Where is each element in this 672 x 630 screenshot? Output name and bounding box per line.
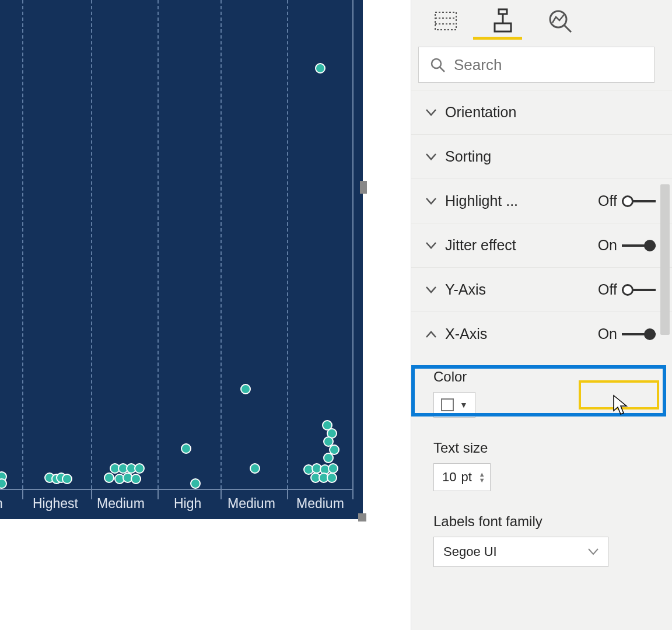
caret-down-icon: ▼ [460,400,468,410]
category-divider [352,489,354,499]
svg-line-7 [564,25,571,32]
resize-handle-right[interactable] [360,181,367,194]
category-divider [158,489,159,499]
category-divider [220,489,222,499]
section-highlight[interactable]: Highlight ... Off [411,178,672,223]
section-jitter[interactable]: Jitter effect On [411,223,672,267]
grid-line [22,0,23,489]
x-tick-label: Highest [33,496,78,512]
section-xaxis[interactable]: X-Axis On [411,312,672,356]
data-point [240,384,251,394]
section-label: Highlight ... [445,192,598,209]
xaxis-toggle[interactable]: On [598,326,656,342]
search-icon [429,57,446,73]
textsize-label: Text size [433,440,650,456]
chevron-down-icon [423,198,439,205]
fontfamily-value: Segoe UI [443,544,497,559]
svg-point-8 [432,59,441,68]
section-label: X-Axis [445,326,598,342]
data-point [104,473,114,483]
fontfamily-select[interactable]: Segoe UI [433,537,608,567]
fields-tab-icon[interactable] [430,7,461,35]
toggle-state: Off [598,192,617,209]
color-swatch [441,398,454,411]
xaxis-settings: Color ▼ Text size 10 pt ▲▼ Labels font f… [411,356,672,567]
spinner-down-icon[interactable]: ▼ [479,477,485,483]
jitter-toggle[interactable]: On [598,237,656,254]
analytics-tab-icon[interactable] [544,7,576,35]
viz-frame[interactable]: h Highest Medium High Medium Medium [0,0,393,519]
data-point [315,63,326,74]
x-axis-line [0,489,353,490]
data-point [62,474,72,484]
category-divider [287,489,288,499]
svg-line-9 [440,67,444,72]
format-sections: Orientation Sorting Highlight ... Off Ji… [411,90,672,567]
data-point [327,473,337,483]
category-divider [22,489,23,499]
data-point [131,474,141,484]
x-tick-label: Medium [97,496,145,512]
data-point [0,478,7,489]
canvas-area: h Highest Medium High Medium Medium [0,0,411,630]
spinner-buttons[interactable]: ▲▼ [479,471,485,483]
section-orientation[interactable]: Orientation [411,90,672,134]
textsize-input[interactable]: 10 pt ▲▼ [433,463,491,491]
data-point [181,443,191,454]
section-yaxis[interactable]: Y-Axis Off [411,267,672,312]
section-sorting[interactable]: Sorting [411,134,672,178]
svg-rect-4 [499,9,507,14]
chevron-down-icon [588,548,598,555]
section-label: Orientation [445,104,656,121]
resize-handle-corner[interactable] [358,513,366,522]
chevron-down-icon [423,109,439,116]
section-label: Sorting [445,148,656,165]
yaxis-toggle[interactable]: Off [598,281,656,298]
grid-line [91,0,92,489]
toggle-state: On [598,237,617,254]
x-tick-label: High [174,496,201,512]
data-point [250,463,260,474]
data-point [190,478,201,489]
category-divider [91,489,92,499]
grid-line [287,0,288,489]
color-picker[interactable]: ▼ [433,392,475,418]
data-point [323,453,334,463]
textsize-unit: pt [461,470,471,485]
fontfamily-label: Labels font family [433,513,650,530]
svg-rect-0 [435,12,456,30]
chevron-down-icon [423,153,439,160]
chevron-down-icon [423,242,439,249]
plot-right-border [352,0,354,489]
color-label: Color [433,369,650,385]
highlight-toggle[interactable]: Off [598,192,656,209]
x-tick-label: h [0,496,3,512]
toggle-state: On [598,326,617,342]
format-panel: Orientation Sorting Highlight ... Off Ji… [411,0,672,630]
chevron-up-icon [423,331,439,338]
search-container [418,47,654,83]
grid-line [158,0,159,489]
grid-line [220,0,222,489]
chevron-down-icon [423,286,439,293]
section-label: Y-Axis [445,281,598,298]
active-tab-underline [473,37,522,40]
x-tick-label: Medium [296,496,344,512]
search-box[interactable] [418,47,654,83]
scatter-chart: h Highest Medium High Medium Medium [0,0,363,519]
data-point [134,463,145,474]
toggle-state: Off [598,281,617,298]
svg-rect-3 [495,23,511,32]
x-tick-label: Medium [228,496,275,512]
section-label: Jitter effect [445,237,598,254]
format-tab-icon[interactable] [487,7,519,35]
panel-tabs [411,7,672,40]
textsize-value: 10 [442,470,456,485]
search-input[interactable] [454,56,643,74]
scrollbar[interactable] [660,184,670,335]
